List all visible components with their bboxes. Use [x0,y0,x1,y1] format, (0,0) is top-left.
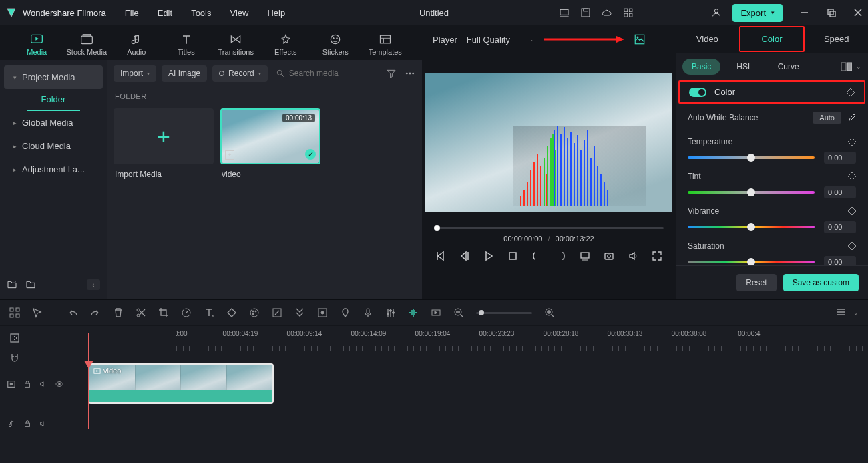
keyframe-icon[interactable] [848,242,856,250]
save-icon[interactable] [580,7,591,18]
menu-tools[interactable]: Tools [191,8,211,18]
split-icon[interactable] [136,307,146,318]
keyframe-icon[interactable] [847,88,855,96]
new-folder-icon[interactable] [7,279,17,290]
subtab-hsl[interactable]: HSL [727,59,761,75]
screen-icon[interactable] [580,251,590,261]
reset-button[interactable]: Reset [736,274,776,291]
mute-icon[interactable] [39,379,48,389]
zoom-out-icon[interactable] [453,307,464,318]
compare-button[interactable]: ⌄ [841,62,861,71]
snapshot-icon[interactable] [604,251,614,261]
ai-image-button[interactable]: AI Image [162,65,207,82]
magnet-icon[interactable] [9,353,20,363]
account-icon[interactable] [711,7,722,18]
selection-tool-icon[interactable] [32,307,43,318]
video-scope-icon[interactable] [634,33,646,45]
menu-file[interactable]: File [125,8,139,18]
keyframe-icon[interactable] [848,138,856,146]
mic-icon[interactable] [363,307,373,318]
chevron-down-icon[interactable]: ⌄ [853,309,859,316]
tab-color[interactable]: Color [739,26,805,52]
delete-icon[interactable] [113,307,124,318]
search-input[interactable] [276,69,381,78]
video-track-header[interactable] [0,379,88,389]
sidebar-project-media[interactable]: ▾Project Media [4,65,103,89]
tab-transitions[interactable]: Transitions [211,29,261,56]
visibility-icon[interactable] [55,379,64,389]
keyframe-icon[interactable] [848,207,856,215]
step-back-icon[interactable] [459,251,470,261]
mixer-icon[interactable] [385,307,396,318]
minimize-button[interactable] [800,8,809,17]
speed-icon[interactable] [181,307,192,318]
sidebar-global-media[interactable]: ▸Global Media [4,111,103,134]
sidebar-adjustment-layer[interactable]: ▸Adjustment La... [4,158,103,181]
auto-wb-button[interactable]: Auto [813,112,841,124]
record-button[interactable]: Record▾ [212,65,268,82]
temperature-slider[interactable] [688,156,815,159]
tab-media[interactable]: Media [12,29,62,56]
close-button[interactable] [853,8,863,17]
eyedropper-icon[interactable] [848,114,856,122]
undo-icon[interactable] [67,307,78,318]
maximize-button[interactable] [827,8,836,17]
keyframe-icon[interactable] [848,172,856,180]
zoom-in-icon[interactable] [544,307,555,318]
mute-icon[interactable] [39,419,48,428]
color-group-toggle[interactable]: Color [678,80,865,104]
sidebar-folder[interactable]: Folder [27,89,80,111]
timeline-ruler[interactable]: 00:00 00:00:04:19 00:00:09:14 00:00:14:0… [176,326,868,357]
scrub-slider[interactable] [434,227,664,229]
new-bin-icon[interactable] [25,279,36,290]
crop-icon[interactable] [158,307,169,318]
render-icon[interactable] [431,307,441,318]
playhead[interactable] [88,333,89,429]
saturation-slider[interactable] [688,261,815,263]
keyframe-tl-icon[interactable] [226,307,237,318]
marker2-icon[interactable] [317,307,328,318]
device-icon[interactable] [559,7,570,18]
timeline-clip[interactable]: video [88,363,274,404]
cloud-icon[interactable] [602,7,612,18]
fullscreen-icon[interactable] [652,251,662,261]
tab-speed[interactable]: Speed [805,26,868,52]
tab-templates[interactable]: Templates [361,29,411,56]
import-button[interactable]: Import▾ [114,65,156,82]
vibrance-slider[interactable] [688,226,815,228]
lock-icon[interactable] [23,419,32,428]
tab-video[interactable]: Video [676,26,739,52]
add-to-timeline-icon[interactable]: + [225,150,234,160]
mark-in-icon[interactable] [531,251,542,261]
lock-icon[interactable] [23,379,32,389]
save-as-custom-button[interactable]: Save as custom [783,274,859,291]
volume-icon[interactable] [628,251,638,261]
zoom-slider[interactable] [476,312,532,314]
quality-select[interactable]: Full Quality⌄ [467,35,535,45]
media-clip-card[interactable]: 00:00:13 + ✓ video [220,108,320,184]
sidebar-cloud-media[interactable]: ▸Cloud Media [4,134,103,158]
collapse-button[interactable]: ‹ [87,279,100,290]
audio-stretch-icon[interactable] [408,307,419,318]
redo-icon[interactable] [90,307,101,318]
text-icon[interactable] [204,307,214,318]
preview-video[interactable] [425,73,672,212]
subtab-basic[interactable]: Basic [682,59,720,75]
vibrance-value[interactable]: 0.00 [824,221,856,233]
color-tl-icon[interactable] [249,307,260,318]
apps-icon[interactable] [623,7,634,18]
audio-track-header[interactable] [0,419,88,428]
adjustment-icon[interactable] [272,307,282,318]
saturation-value[interactable]: 0.00 [824,256,856,265]
tint-value[interactable]: 0.00 [824,186,856,198]
tab-effects[interactable]: Effects [261,29,311,56]
filter-icon[interactable] [386,68,397,79]
options-icon[interactable] [9,307,20,318]
marker-icon[interactable] [340,307,351,318]
stop-button[interactable] [507,251,518,261]
menu-view[interactable]: View [230,8,248,18]
prev-frame-icon[interactable] [435,251,446,261]
mark-out-icon[interactable] [556,251,566,261]
tab-stickers[interactable]: Stickers [310,29,361,56]
track-size-icon[interactable] [836,307,847,318]
